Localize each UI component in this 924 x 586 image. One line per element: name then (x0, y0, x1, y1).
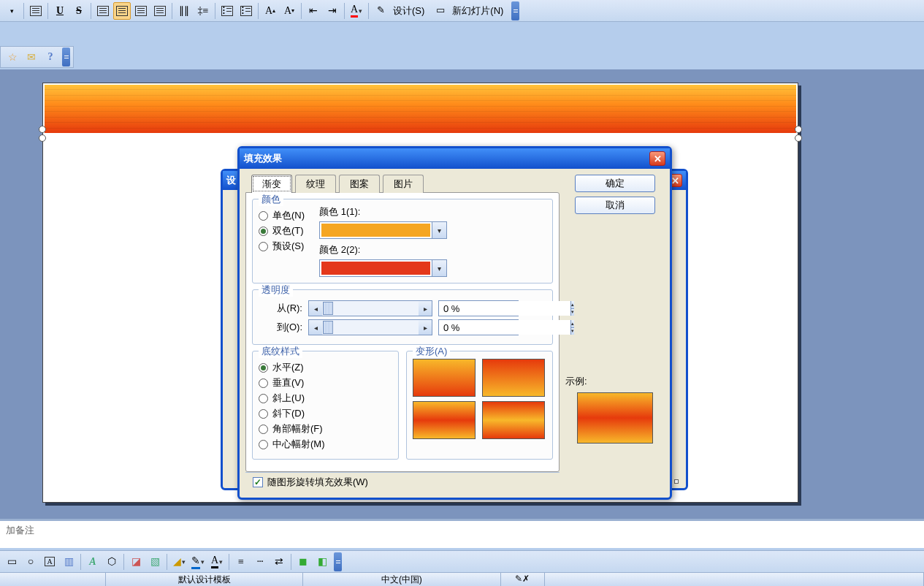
align-justify-button[interactable] (151, 2, 169, 20)
font-color-button[interactable]: A▾ (348, 2, 365, 20)
help-button[interactable]: ? (42, 48, 59, 66)
radio-from-corner[interactable]: 角部幅射(F) (259, 422, 392, 435)
decrease-indent-button[interactable]: ⇤ (305, 2, 322, 20)
line-color-button[interactable]: ✎▾ (189, 553, 207, 571)
line-weight-icon[interactable]: ≡ (232, 553, 250, 571)
selection-handle[interactable] (795, 126, 802, 133)
radio-horizontal[interactable]: 水平(Z) (259, 361, 392, 374)
spin-down-icon[interactable]: ▾ (571, 309, 574, 316)
rotate-with-shape-row[interactable]: ✓ 随图形旋转填充效果(W) (245, 472, 560, 492)
to-value-input[interactable]: ▴▾ (438, 319, 519, 335)
shadow-icon[interactable]: ◼ (294, 553, 312, 571)
mail-icon[interactable]: ✉ (23, 48, 40, 66)
rectangle-shape-icon[interactable]: ▭ (3, 553, 20, 571)
bullets-button[interactable] (237, 2, 255, 20)
to-label: 到(O): (259, 321, 302, 334)
fill-color-button[interactable]: ◢▾ (170, 553, 188, 571)
resize-dot (674, 479, 679, 484)
text-direction-button[interactable]: ∥∥ (175, 2, 193, 20)
chart-icon[interactable]: ▥ (60, 553, 77, 571)
spin-up-icon[interactable]: ▴ (571, 320, 574, 328)
selection-handle[interactable] (39, 134, 46, 142)
increase-font-button[interactable]: A▴ (261, 2, 279, 20)
color1-dropdown[interactable]: ▾ (319, 221, 447, 239)
textbox-icon[interactable]: A (41, 553, 58, 571)
align-left-button[interactable] (94, 2, 112, 20)
toolbar-overflow-grip[interactable] (334, 552, 342, 571)
picture-icon[interactable]: ▧ (146, 553, 164, 571)
toolbar-overflow-grip[interactable] (511, 1, 519, 20)
variant-2[interactable] (482, 359, 545, 397)
from-value-input[interactable]: ▴▾ (438, 300, 519, 316)
behind-dialog-title: 设 (226, 174, 236, 187)
clipart-icon[interactable]: ◪ (127, 553, 145, 571)
font-color-draw-button[interactable]: A▾ (208, 553, 226, 571)
radio-diag-up[interactable]: 斜上(U) (259, 392, 392, 405)
format-toolbar: ▾ U S ∥∥ ‡≡ A▴ A▾ ⇤ ⇥ A▾ ✎ 设计(S) ▭ 新幻灯片(… (0, 0, 924, 22)
align-center-button[interactable] (113, 2, 131, 20)
tab-texture[interactable]: 纹理 (295, 175, 336, 193)
variant-3[interactable] (413, 401, 476, 439)
from-slider[interactable]: ◂ ▸ (308, 300, 432, 316)
scroll-right-icon[interactable]: ▸ (419, 301, 432, 316)
scroll-track[interactable] (322, 301, 419, 316)
color2-dropdown[interactable]: ▾ (319, 259, 447, 277)
arrow-style-icon[interactable]: ⇄ (270, 553, 288, 571)
numbering-button[interactable] (218, 2, 236, 20)
tab-picture[interactable]: 图片 (383, 175, 424, 193)
radio-one-color[interactable]: 单色(N) (259, 209, 305, 222)
radio-preset[interactable]: 预设(S) (259, 240, 305, 253)
oval-shape-icon[interactable]: ○ (22, 553, 39, 571)
variant-4[interactable] (482, 401, 545, 439)
separator (344, 3, 345, 19)
radio-two-color[interactable]: 双色(T) (259, 224, 305, 237)
dropdown-arrow-icon[interactable]: ▾ (432, 222, 446, 238)
close-button[interactable]: ✕ (649, 151, 665, 166)
new-slide-button[interactable]: ▭ 新幻灯片(N) (431, 2, 508, 20)
scroll-right-icon[interactable]: ▸ (419, 320, 432, 335)
selection-handle[interactable] (795, 134, 802, 142)
align-distribute-icon[interactable] (27, 2, 45, 20)
separator (167, 554, 167, 570)
scroll-left-icon[interactable]: ◂ (309, 320, 322, 335)
radio-from-center[interactable]: 中心幅射(M) (259, 438, 392, 451)
font-dropdown-arrow[interactable]: ▾ (3, 2, 20, 20)
notes-pane[interactable]: 加备注 (0, 519, 924, 548)
increase-indent-button[interactable]: ⇥ (324, 2, 341, 20)
variant-1[interactable] (413, 359, 476, 397)
wordart-icon[interactable]: A (84, 553, 102, 571)
selection-handle[interactable] (39, 126, 46, 133)
strikethrough-button[interactable]: S (70, 2, 88, 20)
ok-button[interactable]: 确定 (575, 175, 655, 192)
to-slider[interactable]: ◂ ▸ (308, 319, 432, 335)
spin-up-icon[interactable]: ▴ (571, 301, 574, 309)
underline-button[interactable]: U (51, 2, 69, 20)
radio-diag-down[interactable]: 斜下(D) (259, 407, 392, 420)
rotate-checkbox-label: 随图形旋转填充效果(W) (267, 476, 368, 489)
cancel-button[interactable]: 取消 (575, 197, 655, 214)
align-right-button[interactable] (132, 2, 150, 20)
dash-style-icon[interactable]: ┄ (251, 553, 269, 571)
status-bar: 默认设计模板 中文(中国) ✎✗ (0, 572, 924, 586)
dropdown-arrow-icon[interactable]: ▾ (432, 260, 446, 276)
scroll-thumb[interactable] (323, 321, 333, 334)
line-spacing-button[interactable]: ‡≡ (194, 2, 212, 20)
diagram-icon[interactable]: ⬡ (103, 553, 121, 571)
radio-vertical[interactable]: 垂直(V) (259, 376, 392, 389)
tab-gradient[interactable]: 渐变 (251, 175, 292, 193)
to-input[interactable] (439, 320, 570, 335)
scroll-left-icon[interactable]: ◂ (309, 301, 322, 316)
spin-down-icon[interactable]: ▾ (571, 328, 574, 335)
color1-label: 颜色 1(1): (319, 205, 447, 218)
toolbar-overflow-grip[interactable] (62, 47, 70, 66)
scroll-thumb[interactable] (323, 302, 333, 315)
3d-icon[interactable]: ◧ (313, 553, 331, 571)
from-input[interactable] (439, 301, 570, 316)
dialog-titlebar[interactable]: 填充效果 ✕ (240, 148, 670, 169)
scroll-track[interactable] (322, 320, 419, 335)
tab-pattern[interactable]: 图案 (339, 175, 380, 193)
decrease-font-button[interactable]: A▾ (280, 2, 298, 20)
favorites-icon[interactable]: ☆ (4, 48, 21, 66)
design-button[interactable]: ✎ 设计(S) (372, 2, 429, 20)
status-spellcheck-icon[interactable]: ✎✗ (501, 573, 545, 586)
